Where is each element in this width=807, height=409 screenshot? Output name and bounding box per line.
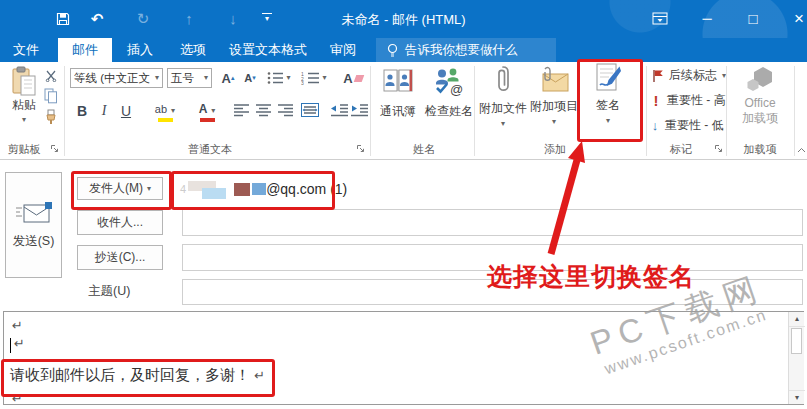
underline-button[interactable]: U <box>116 100 136 122</box>
scroll-up-icon[interactable]: ▴ <box>789 312 805 327</box>
minimize-button[interactable]: ─ <box>693 0 721 38</box>
align-right-button[interactable] <box>276 101 296 119</box>
clipboard-dialog-launcher-icon[interactable] <box>50 144 59 153</box>
paragraph-mark: ↵ <box>12 318 23 333</box>
underline-letter: U <box>121 103 131 119</box>
cc-button[interactable]: 抄送(C)... <box>77 245 163 270</box>
svg-text:@: @ <box>450 82 463 97</box>
address-book-button[interactable]: 通讯簿 <box>374 64 422 120</box>
paragraph-mark: ↵ <box>14 336 25 351</box>
font-name-combo[interactable]: 等线 (中文正文 ▾ <box>70 68 163 88</box>
tab-review[interactable]: 审阅 <box>318 38 368 62</box>
from-address-text: @qq.com (1) <box>266 181 347 197</box>
format-painter-icon <box>45 109 57 125</box>
subject-label: 主题(U) <box>88 283 130 300</box>
clear-formatting-letter: A <box>343 71 352 86</box>
attach-item-icon <box>530 64 578 94</box>
shrink-font-button[interactable]: A ▾ <box>240 68 260 88</box>
close-button[interactable]: × <box>785 0 807 38</box>
signature-button[interactable]: 签名 ▾ <box>582 62 634 125</box>
tab-insert[interactable]: 插入 <box>116 38 164 62</box>
check-names-button[interactable]: @ 检查姓名 <box>424 64 474 120</box>
low-importance-icon: ↓ <box>650 118 660 133</box>
signature-icon <box>582 62 634 93</box>
send-label: 发送(S) <box>13 233 55 250</box>
italic-button[interactable]: I <box>95 100 113 122</box>
bullets-caret-icon: ▾ <box>286 74 290 82</box>
bold-button[interactable]: B <box>72 100 92 122</box>
to-input[interactable] <box>182 209 803 236</box>
body-scrollbar[interactable]: ▴ ▾ <box>788 312 804 404</box>
message-body[interactable] <box>3 311 804 405</box>
tab-file[interactable]: 文件 <box>0 38 52 62</box>
align-center-button[interactable] <box>254 101 274 119</box>
font-name-caret-icon: ▾ <box>155 74 159 82</box>
send-envelope-icon <box>15 201 53 225</box>
attach-item-caret-icon: ▾ <box>530 118 578 126</box>
font-size-combo[interactable]: 五号 ▾ <box>167 68 212 88</box>
bullets-button[interactable]: ▾ <box>264 68 294 88</box>
ribbon-display-options-icon[interactable] <box>652 12 668 26</box>
attach-file-caret-icon: ▾ <box>478 120 528 128</box>
maximize-button[interactable]: □ <box>739 0 767 38</box>
high-importance-button[interactable]: ! 重要性 - 高 <box>652 92 726 109</box>
lightbulb-icon <box>386 43 399 58</box>
tellme-box[interactable]: 告诉我你想要做什么 <box>376 38 556 62</box>
to-button[interactable]: 收件人... <box>77 210 163 235</box>
from-caret-icon: ▾ <box>147 185 151 193</box>
numbering-button[interactable]: 1 2 3 ▾ <box>298 68 330 88</box>
send-button[interactable]: 发送(S) <box>5 172 62 278</box>
high-importance-icon: ! <box>652 92 660 109</box>
grow-font-letter: A <box>222 71 231 86</box>
body-text: 请收到邮件以后，及时回复，多谢！ <box>10 366 250 383</box>
to-button-label: 收件人... <box>97 214 143 231</box>
paragraph-mark: ↵ <box>254 368 265 383</box>
text-highlight-button[interactable]: ab▾ <box>146 99 184 122</box>
tab-format-text[interactable]: 设置文本格式 <box>222 38 314 62</box>
basic-text-dialog-launcher-icon[interactable] <box>356 144 365 153</box>
grow-font-button[interactable]: A ▴ <box>218 68 238 88</box>
office-addins-cube-icon <box>732 64 788 94</box>
decrease-indent-button[interactable] <box>330 101 350 119</box>
follow-up-button[interactable]: 后续标志 ▾ <box>652 67 726 84</box>
font-color-button[interactable]: A▾ <box>190 99 224 122</box>
highlight-letters: ab <box>155 103 167 115</box>
font-color-caret-icon: ▾ <box>211 106 215 115</box>
distributed-button[interactable] <box>298 101 322 119</box>
attach-item-button[interactable]: 附加项目 ▾ <box>530 64 578 126</box>
low-importance-button[interactable]: ↓ 重要性 - 低 <box>650 117 724 134</box>
attach-file-button[interactable]: 附加文件 ▾ <box>478 64 528 128</box>
align-left-button[interactable] <box>232 101 252 119</box>
collapse-ribbon-icon[interactable] <box>797 147 806 153</box>
paragraph-mark: ↵ <box>12 391 23 406</box>
scrollbar-thumb[interactable] <box>791 328 802 354</box>
address-book-icon <box>374 64 422 97</box>
from-button[interactable]: 发件人(M) ▾ <box>77 177 163 200</box>
grow-font-caret-icon: ▴ <box>231 74 235 82</box>
tab-options[interactable]: 选项 <box>168 38 218 62</box>
tab-message[interactable]: 邮件 <box>58 38 112 62</box>
attach-item-label: 附加项目 <box>530 98 578 115</box>
scroll-down-icon[interactable]: ▾ <box>789 390 805 405</box>
signature-label: 签名 <box>582 97 634 114</box>
office-addins-button[interactable]: Office 加载项 <box>732 64 788 127</box>
copy-icon <box>44 88 58 104</box>
paste-button[interactable]: 粘贴 ▾ <box>6 66 42 124</box>
bold-letter: B <box>77 103 87 119</box>
text-cursor <box>10 338 11 353</box>
address-book-label: 通讯簿 <box>374 103 422 120</box>
tags-dialog-launcher-icon[interactable] <box>714 144 723 153</box>
cc-button-label: 抄送(C)... <box>95 249 146 266</box>
font-size-caret-icon: ▾ <box>204 74 208 82</box>
eraser-icon <box>353 75 364 82</box>
clear-formatting-button[interactable]: A <box>342 68 364 88</box>
copy-button[interactable] <box>42 88 60 104</box>
clipboard-icon <box>6 66 42 97</box>
mosaic-block <box>252 183 266 195</box>
cut-button[interactable] <box>42 68 60 84</box>
office-addins-label-2: 加载项 <box>732 110 788 127</box>
highlight-color-bar <box>158 118 173 122</box>
from-address-value: 4 @qq.com (1) <box>180 180 347 198</box>
format-painter-button[interactable] <box>42 108 60 126</box>
increase-indent-button[interactable] <box>350 101 370 119</box>
